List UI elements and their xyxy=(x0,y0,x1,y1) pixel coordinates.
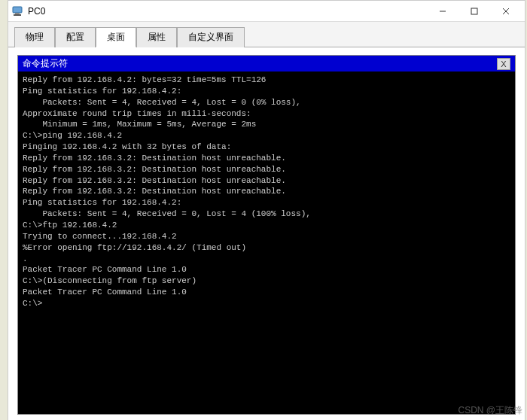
tab-attributes[interactable]: 属性 xyxy=(136,27,177,47)
terminal-line: Reply from 192.168.4.2: bytes=32 time=5m… xyxy=(23,75,510,86)
terminal-line: Ping statistics for 192.168.4.2: xyxy=(23,86,510,97)
tab-config[interactable]: 配置 xyxy=(55,27,96,47)
close-button[interactable] xyxy=(490,2,522,21)
terminal-line: Approximate round trip times in milli-se… xyxy=(23,108,510,120)
terminal-line: Minimum = 1ms, Maximum = 5ms, Average = … xyxy=(23,119,510,130)
terminal-line: Packet Tracer PC Command Line 1.0 xyxy=(23,287,510,298)
terminal-line: Reply from 192.168.3.2: Destination host… xyxy=(23,186,510,197)
tab-desktop[interactable]: 桌面 xyxy=(96,27,136,47)
minimize-button[interactable] xyxy=(427,2,458,21)
titlebar: PC0 xyxy=(8,1,525,22)
terminal-line: C:\> xyxy=(23,298,510,309)
command-prompt-window: 命令提示符 X Reply from 192.168.4.2: bytes=32… xyxy=(17,55,516,415)
window-controls xyxy=(427,2,522,21)
tab-physical[interactable]: 物理 xyxy=(14,27,55,47)
terminal-line: Packets: Sent = 4, Received = 4, Lost = … xyxy=(23,97,510,108)
terminal-line: Reply from 192.168.3.2: Destination host… xyxy=(23,153,510,164)
command-prompt-titlebar: 命令提示符 X xyxy=(18,56,515,72)
maximize-button[interactable] xyxy=(458,2,490,21)
terminal-output[interactable]: Reply from 192.168.4.2: bytes=32 time=5m… xyxy=(18,72,515,414)
terminal-line: Ping statistics for 192.168.4.2: xyxy=(23,197,510,208)
terminal-line: C:\>(Disconnecting from ftp server) xyxy=(23,275,510,287)
svg-rect-0 xyxy=(13,7,22,13)
terminal-line: Reply from 192.168.3.2: Destination host… xyxy=(23,164,510,175)
watermark: CSDN @王陈锋 xyxy=(458,404,522,417)
app-window: PC0 物理 配置 桌面 属性 自定义界面 命令提示符 X Reply from… xyxy=(8,0,525,420)
svg-rect-4 xyxy=(471,8,477,14)
terminal-line: Pinging 192.168.4.2 with 32 bytes of dat… xyxy=(23,142,510,153)
svg-rect-2 xyxy=(14,14,21,16)
command-prompt-title: 命令提示符 xyxy=(23,57,497,70)
pc-icon xyxy=(11,5,23,17)
svg-rect-1 xyxy=(15,13,20,14)
terminal-line: Packets: Sent = 4, Received = 0, Lost = … xyxy=(23,208,510,220)
tabbar: 物理 配置 桌面 属性 自定义界面 xyxy=(8,22,525,47)
terminal-line: C:\>ping 192.168.4.2 xyxy=(23,130,510,142)
terminal-line: %Error opening ftp://192.168.4.2/ (Timed… xyxy=(23,242,510,254)
terminal-line: Packet Tracer PC Command Line 1.0 xyxy=(23,264,510,275)
terminal-line: C:\>ftp 192.168.4.2 xyxy=(23,220,510,231)
window-title: PC0 xyxy=(28,6,427,17)
terminal-line: Reply from 192.168.3.2: Destination host… xyxy=(23,175,510,187)
command-prompt-close-button[interactable]: X xyxy=(497,58,510,70)
tab-custom-interface[interactable]: 自定义界面 xyxy=(177,27,245,47)
terminal-line: . xyxy=(23,254,510,265)
content-area: 命令提示符 X Reply from 192.168.4.2: bytes=32… xyxy=(8,47,525,420)
terminal-line: Trying to connect...192.168.4.2 xyxy=(23,231,510,242)
